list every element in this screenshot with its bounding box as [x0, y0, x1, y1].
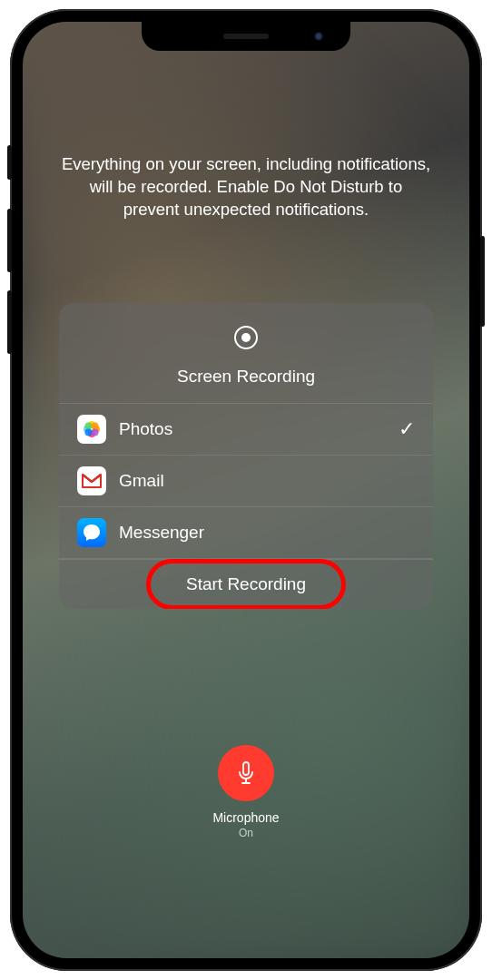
app-label: Gmail: [119, 471, 415, 491]
svg-point-6: [85, 422, 93, 429]
screen-recording-card: Screen Recording: [59, 303, 433, 609]
app-label: Photos: [119, 419, 386, 439]
microphone-icon: [235, 760, 257, 786]
gmail-app-icon: [77, 466, 106, 495]
phone-frame: Everything on your screen, including not…: [10, 9, 482, 971]
app-row-messenger[interactable]: Messenger: [59, 507, 433, 559]
record-icon: [233, 325, 259, 350]
notch: [142, 22, 350, 51]
content-area: Everything on your screen, including not…: [23, 22, 469, 958]
speaker: [223, 34, 269, 39]
svg-point-7: [92, 422, 99, 429]
screen: Everything on your screen, including not…: [23, 22, 469, 958]
svg-point-9: [85, 428, 93, 436]
recording-disclaimer: Everything on your screen, including not…: [23, 153, 469, 221]
app-row-photos[interactable]: Photos ✓: [59, 404, 433, 456]
app-list[interactable]: Photos ✓ Gmail: [59, 404, 433, 559]
volume-up-button: [7, 209, 12, 272]
messenger-app-icon: [77, 518, 106, 547]
card-header: Screen Recording: [59, 303, 433, 404]
start-recording-button[interactable]: Start Recording: [59, 559, 433, 609]
checkmark-icon: ✓: [399, 417, 415, 441]
front-camera: [314, 32, 323, 41]
microphone-label: Microphone: [212, 810, 279, 825]
photos-app-icon: [77, 415, 106, 444]
microphone-toggle-button[interactable]: [218, 745, 274, 801]
svg-rect-10: [243, 762, 249, 775]
microphone-section: Microphone On: [23, 745, 469, 839]
app-label: Messenger: [119, 523, 415, 543]
app-row-gmail[interactable]: Gmail: [59, 456, 433, 507]
silent-switch: [7, 145, 12, 180]
svg-point-1: [241, 333, 251, 342]
volume-down-button: [7, 290, 12, 354]
svg-point-8: [92, 428, 99, 436]
start-recording-label: Start Recording: [186, 574, 306, 593]
card-title: Screen Recording: [59, 367, 433, 387]
microphone-status: On: [239, 827, 253, 839]
power-button: [480, 236, 485, 327]
